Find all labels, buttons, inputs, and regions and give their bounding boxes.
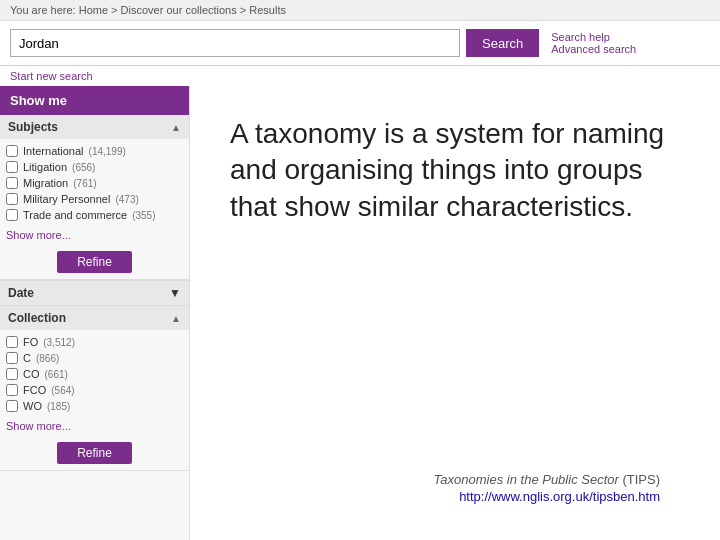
collection-count-fco: (564)	[51, 385, 74, 396]
tips-info: Taxonomies in the Public Sector (TIPS) h…	[230, 472, 680, 514]
collection-label-fco: FCO	[23, 384, 46, 396]
subjects-arrow-icon: ▲	[171, 122, 181, 133]
subjects-section: Subjects ▲ International (14,199) Litiga…	[0, 115, 189, 280]
breadcrumb-bar: You are here: Home > Discover our collec…	[0, 0, 720, 21]
list-item: International (14,199)	[6, 143, 183, 159]
date-arrow-icon: ▼	[169, 286, 181, 300]
collection-label-c: C	[23, 352, 31, 364]
breadcrumb: You are here: Home > Discover our collec…	[10, 4, 286, 16]
advanced-search-link[interactable]: Advanced search	[551, 43, 636, 55]
start-new-search-link[interactable]: Start new search	[10, 70, 93, 82]
collection-label-wo: WO	[23, 400, 42, 412]
collection-arrow-icon: ▲	[171, 313, 181, 324]
collection-show-more-link[interactable]: Show more...	[6, 420, 71, 432]
subjects-label: Subjects	[8, 120, 58, 134]
collection-checkbox-wo[interactable]	[6, 400, 18, 412]
subject-checkbox-migration[interactable]	[6, 177, 18, 189]
show-me-header: Show me	[0, 86, 189, 115]
collection-label-co: CO	[23, 368, 40, 380]
subject-count-migration: (761)	[73, 178, 96, 189]
list-item: Trade and commerce (355)	[6, 207, 183, 223]
collection-count-fo: (3,512)	[43, 337, 75, 348]
subjects-items: International (14,199) Litigation (656) …	[0, 139, 189, 227]
tips-suffix: (TIPS)	[622, 472, 660, 487]
tips-url-link[interactable]: http://www.nglis.org.uk/tipsben.htm	[230, 489, 660, 504]
search-help-link[interactable]: Search help	[551, 31, 636, 43]
show-me-label: Show me	[10, 93, 67, 108]
collection-label-fo: FO	[23, 336, 38, 348]
subject-count-international: (14,199)	[89, 146, 126, 157]
subject-count-military: (473)	[115, 194, 138, 205]
list-item: FO (3,512)	[6, 334, 183, 350]
taxonomy-description: A taxonomy is a system for naming and or…	[230, 116, 680, 225]
list-item: Military Personnel (473)	[6, 191, 183, 207]
subject-count-trade: (355)	[132, 210, 155, 221]
subject-label-trade: Trade and commerce	[23, 209, 127, 221]
collection-checkbox-fco[interactable]	[6, 384, 18, 396]
date-header[interactable]: Date ▼	[0, 280, 189, 306]
subjects-show-more-link[interactable]: Show more...	[6, 229, 71, 241]
collection-refine-button[interactable]: Refine	[57, 442, 132, 464]
list-item: C (866)	[6, 350, 183, 366]
subjects-refine-button[interactable]: Refine	[57, 251, 132, 273]
subject-count-litigation: (656)	[72, 162, 95, 173]
subjects-header[interactable]: Subjects ▲	[0, 115, 189, 139]
list-item: Litigation (656)	[6, 159, 183, 175]
list-item: FCO (564)	[6, 382, 183, 398]
collection-section: Collection ▲ FO (3,512) C (866) CO (661)	[0, 306, 189, 471]
list-item: WO (185)	[6, 398, 183, 414]
tips-label: Taxonomies in the Public Sector (TIPS)	[434, 472, 660, 487]
subject-label-litigation: Litigation	[23, 161, 67, 173]
collection-checkbox-fo[interactable]	[6, 336, 18, 348]
collection-show-more: Show more...	[0, 418, 189, 436]
search-input[interactable]	[10, 29, 460, 57]
search-links: Search help Advanced search	[551, 31, 636, 55]
subject-checkbox-trade[interactable]	[6, 209, 18, 221]
subject-checkbox-military[interactable]	[6, 193, 18, 205]
collection-header[interactable]: Collection ▲	[0, 306, 189, 330]
subjects-show-more: Show more...	[0, 227, 189, 245]
content-area: A taxonomy is a system for naming and or…	[190, 86, 720, 540]
search-bar: Search Search help Advanced search	[0, 21, 720, 66]
main-content: Show me Subjects ▲ International (14,199…	[0, 86, 720, 540]
start-new-search-row: Start new search	[0, 66, 720, 86]
date-label: Date	[8, 286, 34, 300]
collection-checkbox-co[interactable]	[6, 368, 18, 380]
search-button[interactable]: Search	[466, 29, 539, 57]
list-item: Migration (761)	[6, 175, 183, 191]
collection-count-wo: (185)	[47, 401, 70, 412]
subject-label-international: International	[23, 145, 84, 157]
list-item: CO (661)	[6, 366, 183, 382]
collection-count-c: (866)	[36, 353, 59, 364]
subject-label-military: Military Personnel	[23, 193, 110, 205]
collection-checkbox-c[interactable]	[6, 352, 18, 364]
subject-checkbox-litigation[interactable]	[6, 161, 18, 173]
collection-items: FO (3,512) C (866) CO (661) FCO (564)	[0, 330, 189, 418]
subject-label-migration: Migration	[23, 177, 68, 189]
collection-label: Collection	[8, 311, 66, 325]
collection-count-co: (661)	[45, 369, 68, 380]
subject-checkbox-international[interactable]	[6, 145, 18, 157]
sidebar: Show me Subjects ▲ International (14,199…	[0, 86, 190, 540]
tips-title: Taxonomies in the Public Sector	[434, 472, 619, 487]
